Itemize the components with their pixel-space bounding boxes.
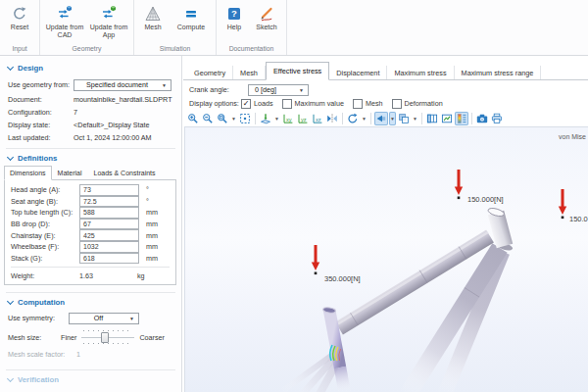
bb-drop-input[interactable]: 67 — [79, 219, 139, 230]
slider-ticks — [83, 330, 132, 331]
mesh-scale-factor-label: Mesh scale factor: — [8, 350, 76, 359]
load-arrow — [559, 189, 566, 215]
mesh-button-label: Mesh — [144, 24, 161, 31]
reset-button-label: Reset — [11, 24, 28, 31]
update-from-app-button[interactable]: Update from App — [87, 3, 130, 44]
tab-loads-constraints[interactable]: Loads & Constraints — [87, 166, 161, 179]
view-xz-icon[interactable]: xz — [311, 112, 324, 125]
head-angle-input[interactable]: 73 — [79, 184, 139, 196]
down-tube — [407, 248, 503, 392]
scene-light-icon[interactable] — [374, 112, 388, 125]
load-arrow — [455, 170, 463, 195]
mesh-scale-factor-value: 1 — [76, 350, 80, 359]
dropdown-caret-icon: ▼ — [127, 316, 138, 321]
mesh-button[interactable]: Mesh — [137, 3, 169, 44]
slider-handle[interactable] — [101, 332, 109, 343]
mesh-size-slider[interactable] — [81, 330, 134, 344]
update-from-cad-button[interactable]: Update from CAD — [43, 3, 86, 44]
dropdown-caret-icon: ▼ — [297, 87, 308, 93]
load-label: 150.0 — [569, 215, 588, 223]
use-symmetry-select[interactable]: Off ▼ — [69, 313, 139, 324]
seat-angle-input[interactable]: 72.5 — [79, 196, 139, 208]
stack-input[interactable]: 618 — [79, 253, 139, 265]
rotate-icon[interactable] — [346, 112, 360, 125]
mirror-view-icon[interactable] — [325, 112, 339, 125]
stack-label: Stack (G): — [11, 254, 79, 263]
toolbar-separator — [342, 113, 343, 124]
split-view-icon[interactable] — [425, 112, 439, 125]
load-arrow — [312, 245, 319, 270]
chainstay-input[interactable]: 425 — [79, 229, 139, 241]
design-section-header[interactable]: Design — [0, 61, 181, 75]
sketch-icon — [258, 3, 275, 24]
help-button[interactable]: ? Help — [220, 3, 249, 44]
zoom-extents-icon[interactable] — [238, 112, 252, 125]
tab-dimensions[interactable]: Dimensions — [4, 166, 52, 180]
wheelbase-input[interactable]: 1032 — [79, 241, 139, 253]
loads-checkbox[interactable]: ✓ — [241, 99, 251, 109]
maximum-value-checkbox[interactable] — [282, 99, 292, 109]
color-legend-icon[interactable] — [455, 112, 468, 125]
ribbon-group-input: Reset Input — [0, 0, 40, 55]
computation-section-header[interactable]: Computation — [0, 295, 181, 310]
reset-button[interactable]: Reset — [3, 3, 36, 44]
verification-section-header[interactable]: Verification — [0, 372, 181, 387]
compute-button[interactable]: Compute — [170, 3, 213, 44]
use-geometry-from-select[interactable]: Specified document ▼ — [74, 79, 172, 91]
dropdown-caret-icon[interactable]: ▼ — [389, 112, 396, 125]
computation-section-title: Computation — [18, 298, 65, 307]
reset-icon — [11, 3, 28, 24]
top-tube-length-input[interactable]: 588 — [79, 207, 139, 219]
svg-text:xy: xy — [286, 117, 292, 122]
head-angle-unit: ° — [146, 185, 149, 194]
compute-button-label: Compute — [177, 24, 205, 31]
zoom-box-icon[interactable] — [216, 112, 229, 125]
configuration-value: 7 — [74, 108, 77, 117]
mesh-checkbox[interactable] — [353, 99, 363, 109]
dropdown-caret-icon[interactable]: ▼ — [361, 112, 368, 125]
dropdown-caret-icon: ▼ — [160, 82, 171, 88]
transparency-icon[interactable] — [397, 112, 411, 125]
tab-material[interactable]: Material — [52, 166, 88, 179]
dropdown-caret-icon[interactable]: ▼ — [230, 112, 237, 125]
check-icon: ✓ — [243, 100, 250, 108]
ribbon-group-simulation: Mesh Compute Simulation — [134, 0, 217, 55]
dropdown-caret-icon[interactable]: ▼ — [273, 112, 280, 125]
graphics-canvas[interactable]: von Mise — [184, 126, 588, 392]
dropdown-caret-icon[interactable]: ▼ — [412, 112, 418, 125]
zoom-out-icon[interactable] — [201, 112, 215, 125]
sketch-button[interactable]: Sketch — [250, 3, 283, 44]
crank-angle-select[interactable]: 0 [deg] ▼ — [248, 84, 309, 96]
wheelbase-label: Wheelbase (F): — [11, 242, 79, 251]
maximum-value-checkbox-label: Maximum value — [295, 99, 344, 108]
tab-geometry[interactable]: Geometry — [187, 66, 233, 79]
ribbon-group-label-simulation: Simulation — [137, 44, 213, 55]
weight-unit: kg — [137, 271, 145, 280]
use-symmetry-label: Use symmetry: — [8, 314, 69, 322]
crank-angle-label: Crank angle: — [189, 85, 248, 94]
tab-maximum-stress-range[interactable]: Maximum stress range — [455, 66, 542, 79]
go-to-default-view-icon[interactable] — [259, 112, 272, 125]
bb-drop-unit: mm — [146, 220, 158, 228]
deformation-checkbox[interactable] — [392, 99, 402, 109]
seat-angle-unit: ° — [146, 197, 149, 206]
load-arrows — [312, 170, 566, 270]
snapshot-icon[interactable] — [475, 112, 489, 125]
toolbar-separator — [421, 113, 422, 124]
zoom-in-icon[interactable] — [186, 112, 200, 125]
definitions-section-title: Definitions — [18, 154, 57, 163]
tab-maximum-stress[interactable]: Maximum stress — [387, 66, 454, 79]
weight-label: Weight: — [11, 271, 79, 280]
chainstay-label: Chainstay (E): — [11, 231, 79, 240]
tab-displacement[interactable]: Displacement — [329, 66, 387, 79]
tab-mesh[interactable]: Mesh — [233, 66, 266, 79]
collapse-chevron-icon — [7, 154, 14, 161]
definitions-section-header[interactable]: Definitions — [0, 151, 181, 166]
settings-sidebar: Design Use geometry from: Specified docu… — [0, 56, 182, 392]
print-icon[interactable] — [490, 112, 504, 125]
view-yz-icon[interactable]: yz — [296, 112, 310, 125]
view-xy-icon[interactable]: xy — [281, 112, 295, 125]
plot-in-window-icon[interactable] — [440, 112, 454, 125]
last-updated-label: Last updated: — [8, 133, 74, 142]
tab-effective-stress[interactable]: Effective stress — [266, 62, 329, 80]
